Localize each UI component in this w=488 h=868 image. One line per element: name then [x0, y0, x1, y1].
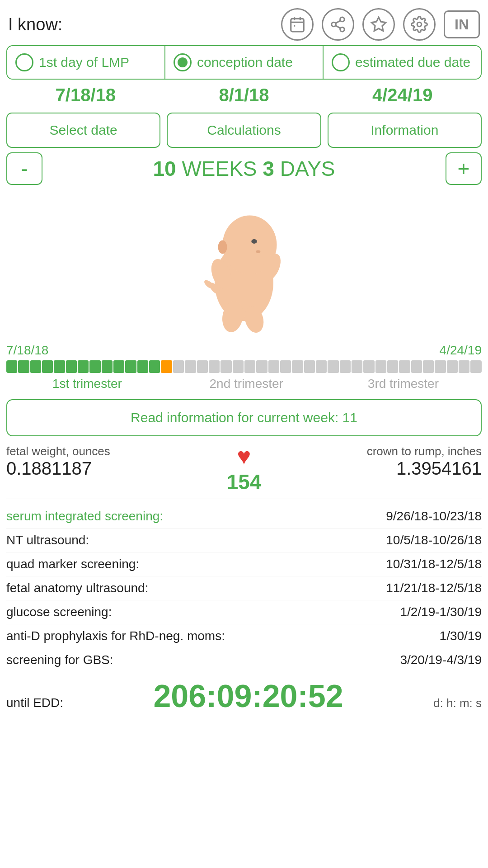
- radio-conception-outer: [174, 53, 192, 71]
- medical-label: serum integrated screening:: [6, 509, 163, 524]
- medical-label: fetal anatomy ultrasound:: [6, 581, 148, 595]
- medical-row: anti-D prophylaxis for RhD-neg. moms:1/3…: [6, 624, 482, 648]
- share-icon[interactable]: [322, 8, 354, 41]
- countdown-units: d: h: m: s: [433, 696, 482, 710]
- radio-edd-label: estimated due date: [355, 54, 470, 71]
- info-box[interactable]: Read information for current week: 11: [6, 399, 482, 436]
- radio-row: 1st day of LMP conception date estimated…: [6, 45, 482, 80]
- date-edd: 4/24/19: [323, 80, 482, 108]
- svg-point-7: [340, 27, 345, 31]
- date-conception: 8/1/18: [165, 80, 324, 108]
- plus-button[interactable]: +: [446, 152, 482, 185]
- progress-dates: 7/18/18 4/24/19: [6, 343, 482, 358]
- svg-point-15: [256, 250, 260, 253]
- medical-date: 3/20/19-4/3/19: [400, 653, 482, 667]
- medical-label: glucose screening:: [6, 605, 112, 619]
- days-number: 3: [263, 157, 274, 180]
- fetus-image-area: [0, 189, 488, 343]
- minus-button[interactable]: -: [6, 152, 42, 185]
- medical-row: NT ultrasound:10/5/18-10/26/18: [6, 528, 482, 552]
- radio-lmp-outer: [15, 53, 33, 71]
- progress-start-date: 7/18/18: [6, 343, 48, 358]
- calculations-button[interactable]: Calculations: [167, 113, 321, 148]
- fetal-weight-label: fetal weight, ounces: [6, 444, 218, 458]
- i-know-label: I know:: [8, 15, 62, 34]
- progress-end-date: 4/24/19: [440, 343, 482, 358]
- medical-row: glucose screening:1/2/19-1/30/19: [6, 600, 482, 624]
- trim1-label: 1st trimester: [6, 377, 168, 391]
- radio-edd-outer: [332, 53, 350, 71]
- medical-label: NT ultrasound:: [6, 533, 89, 547]
- medical-date: 1/30/19: [440, 629, 482, 643]
- select-date-button[interactable]: Select date: [6, 113, 160, 148]
- heart-count: 154: [227, 470, 262, 494]
- svg-marker-10: [371, 17, 386, 31]
- progress-bar: [6, 360, 482, 373]
- calendar-icon[interactable]: [281, 8, 314, 41]
- radio-conception[interactable]: conception date: [165, 46, 324, 79]
- svg-point-5: [340, 17, 345, 22]
- progress-area: 7/18/18 4/24/19 1st trimester 2nd trimes…: [6, 343, 482, 391]
- in-button[interactable]: IN: [444, 10, 480, 38]
- heart-icon: ♥: [237, 444, 251, 468]
- svg-rect-0: [291, 19, 304, 31]
- medical-date: 9/26/18-10/23/18: [386, 509, 482, 524]
- settings-icon[interactable]: [403, 8, 436, 41]
- medical-table: serum integrated screening:9/26/18-10/23…: [6, 505, 482, 672]
- action-row: Select date Calculations Information: [6, 113, 482, 148]
- medical-date: 11/21/18-12/5/18: [386, 581, 482, 595]
- medical-date: 10/5/18-10/26/18: [386, 533, 482, 547]
- crown-label: crown to rump, inches: [270, 444, 482, 458]
- svg-point-14: [251, 239, 257, 244]
- trim2-label: 2nd trimester: [168, 377, 325, 391]
- star-icon[interactable]: [362, 8, 395, 41]
- weeks-row: - 10 WEEKS 3 DAYS +: [6, 152, 482, 185]
- radio-edd[interactable]: estimated due date: [324, 46, 481, 79]
- stats-row: fetal weight, ounces 0.1881187 ♥ 154 cro…: [6, 444, 482, 499]
- date-lmp: 7/18/18: [6, 80, 165, 108]
- medical-row: fetal anatomy ultrasound:11/21/18-12/5/1…: [6, 576, 482, 600]
- medical-row: serum integrated screening:9/26/18-10/23…: [6, 505, 482, 528]
- fetal-weight-section: fetal weight, ounces 0.1881187: [6, 444, 218, 479]
- weeks-display: 10 WEEKS 3 DAYS: [49, 156, 439, 181]
- fetus-image: [185, 201, 303, 336]
- svg-point-20: [218, 241, 227, 254]
- medical-label: anti-D prophylaxis for RhD-neg. moms:: [6, 629, 225, 643]
- trim3-label: 3rd trimester: [325, 377, 482, 391]
- dates-row: 7/18/18 8/1/18 4/24/19: [6, 80, 482, 108]
- heart-section: ♥ 154: [218, 444, 271, 494]
- trimester-labels: 1st trimester 2nd trimester 3rd trimeste…: [6, 377, 482, 391]
- days-label: DAYS: [280, 157, 335, 180]
- svg-line-9: [336, 20, 341, 23]
- top-icons: IN: [281, 8, 480, 41]
- svg-line-8: [336, 25, 341, 28]
- weeks-label: WEEKS: [182, 157, 263, 180]
- countdown-row: until EDD: 206:09:20:52 d: h: m: s: [6, 678, 482, 714]
- medical-label: quad marker screening:: [6, 557, 139, 571]
- top-bar: I know: IN: [0, 0, 488, 45]
- medical-date: 1/2/19-1/30/19: [400, 605, 482, 619]
- information-button[interactable]: Information: [328, 113, 482, 148]
- medical-row: quad marker screening:10/31/18-12/5/18: [6, 552, 482, 576]
- medical-label: screening for GBS:: [6, 653, 113, 667]
- crown-rump-section: crown to rump, inches 1.3954161: [270, 444, 482, 479]
- radio-lmp[interactable]: 1st day of LMP: [7, 46, 165, 79]
- medical-row: screening for GBS:3/20/19-4/3/19: [6, 648, 482, 672]
- radio-lmp-label: 1st day of LMP: [39, 54, 129, 71]
- medical-date: 10/31/18-12/5/18: [386, 557, 482, 571]
- countdown-label: until EDD:: [6, 696, 63, 710]
- fetal-weight-value: 0.1881187: [6, 458, 218, 479]
- countdown-time: 206:09:20:52: [153, 678, 343, 714]
- svg-point-6: [332, 22, 336, 27]
- radio-conception-label: conception date: [197, 54, 293, 71]
- radio-conception-inner: [178, 57, 188, 67]
- svg-point-11: [417, 22, 422, 27]
- crown-value: 1.3954161: [270, 458, 482, 479]
- weeks-number: 10: [153, 157, 176, 180]
